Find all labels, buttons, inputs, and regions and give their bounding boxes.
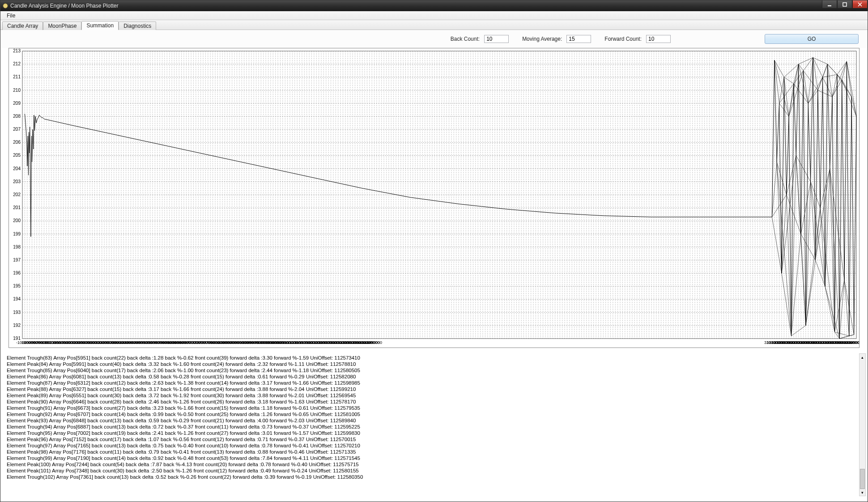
scroll-thumb[interactable]: [860, 469, 865, 489]
minimize-button[interactable]: [822, 0, 837, 9]
y-tick-label: 203: [13, 179, 21, 184]
close-button[interactable]: [852, 0, 868, 9]
log-line: Element Trough(95) Array Pos[7002] back …: [7, 430, 857, 436]
menu-file[interactable]: File: [3, 12, 19, 19]
log-line: Element Peak(96) Array Pos[7152] back co…: [7, 436, 857, 442]
y-tick-label: 213: [13, 48, 21, 53]
y-tick-label: 194: [13, 296, 21, 301]
app-icon: [2, 3, 9, 9]
go-button[interactable]: GO: [765, 34, 859, 44]
y-tick-label: 206: [13, 140, 21, 145]
chart-area[interactable]: 1911921931941951961971981992002012022032…: [9, 48, 859, 348]
y-tick-label: 208: [13, 114, 21, 119]
log-line: Element Peak(93) Array Pos[6848] back co…: [7, 417, 857, 424]
y-tick-label: 211: [13, 74, 21, 79]
titlebar[interactable]: Candle Analysis Engine / Moon Phase Plot…: [0, 0, 868, 11]
log-panel[interactable]: Element Trough(83) Array Pos[5951] back …: [5, 353, 859, 496]
svg-rect-2: [843, 3, 847, 6]
forward-count-input[interactable]: [646, 35, 671, 43]
back-count-input[interactable]: [484, 35, 509, 43]
log-line: Element Trough(97) Array Pos[7165] back …: [7, 442, 857, 449]
y-tick-label: 199: [13, 232, 21, 236]
log-line: Element Trough(99) Array Pos[7190] back …: [7, 455, 857, 461]
log-scrollbar[interactable]: ▴ ▾: [859, 353, 866, 496]
log-line: Element Peak(101) Array Pos[7348] back c…: [7, 468, 857, 474]
scroll-down-icon[interactable]: ▾: [859, 489, 865, 496]
svg-point-0: [3, 4, 8, 9]
log-line: Element Peak(84) Array Pos[5991] back co…: [7, 361, 857, 367]
tab-candle-array[interactable]: Candle Array: [2, 21, 43, 30]
y-tick-label: 196: [13, 270, 21, 275]
x-tick-label: 3450000: [848, 340, 859, 345]
y-tick-label: 204: [13, 166, 21, 171]
svg-rect-1: [828, 5, 831, 6]
y-tick-label: 197: [13, 257, 21, 262]
y-tick-label: 192: [13, 323, 21, 328]
y-tick-label: 207: [13, 127, 21, 132]
log-line: Element Trough(91) Array Pos[6673] back …: [7, 405, 857, 411]
tabstrip: Candle ArrayMoonPhaseSummationDiagnostic…: [0, 20, 868, 30]
back-count-label: Back Count:: [451, 36, 480, 42]
scroll-up-icon[interactable]: ▴: [859, 354, 865, 360]
log-line: Element Peak(86) Array Pos[6081] back co…: [7, 373, 857, 380]
controls-row: Back Count: Moving Average: Forward Coun…: [0, 30, 868, 48]
chart-svg: 1911921931941951961971981992002012022032…: [9, 48, 859, 348]
tab-moonphase[interactable]: MoonPhase: [43, 21, 81, 30]
y-tick-label: 201: [13, 205, 21, 210]
y-tick-label: 198: [13, 245, 21, 249]
y-tick-label: 209: [13, 101, 21, 106]
log-line: Element Trough(92) Array Pos[6707] back …: [7, 411, 857, 417]
maximize-button[interactable]: [837, 0, 852, 9]
log-line: Element Peak(88) Array Pos[6327] back co…: [7, 386, 857, 392]
log-line: Element Peak(100) Array Pos[7244] back c…: [7, 461, 857, 468]
log-line: Element Trough(94) Array Pos[6887] back …: [7, 424, 857, 430]
main-window: Candle Analysis Engine / Moon Phase Plot…: [0, 0, 868, 502]
log-line: Element Peak(90) Array Pos[6646] back co…: [7, 399, 857, 405]
y-tick-label: 195: [13, 283, 21, 288]
x-tick-label: 1450000: [366, 340, 382, 345]
log-line: Element Trough(85) Array Pos[6040] back …: [7, 367, 857, 373]
log-line: Element Trough(87) Array Pos[6312] back …: [7, 380, 857, 386]
tab-summation[interactable]: Summation: [81, 21, 119, 30]
y-tick-label: 200: [13, 218, 21, 223]
y-tick-label: 202: [13, 192, 21, 197]
forward-count-label: Forward Count:: [604, 36, 642, 42]
menubar: File: [0, 11, 868, 20]
y-tick-label: 212: [13, 61, 21, 66]
y-tick-label: 193: [13, 310, 21, 315]
log-line: Element Trough(83) Array Pos[5951] back …: [7, 355, 857, 361]
window-title: Candle Analysis Engine / Moon Phase Plot…: [10, 3, 118, 9]
log-line: Element Peak(98) Array Pos[7176] back co…: [7, 449, 857, 455]
log-line: Element Trough(102) Array Pos[7361] back…: [7, 474, 857, 480]
y-tick-label: 210: [13, 88, 21, 93]
moving-average-input[interactable]: [566, 35, 591, 43]
log-line: Element Peak(89) Array Pos[6551] back co…: [7, 392, 857, 399]
y-tick-label: 205: [13, 153, 21, 158]
moving-average-label: Moving Average:: [522, 36, 562, 42]
tab-diagnostics[interactable]: Diagnostics: [119, 21, 156, 30]
